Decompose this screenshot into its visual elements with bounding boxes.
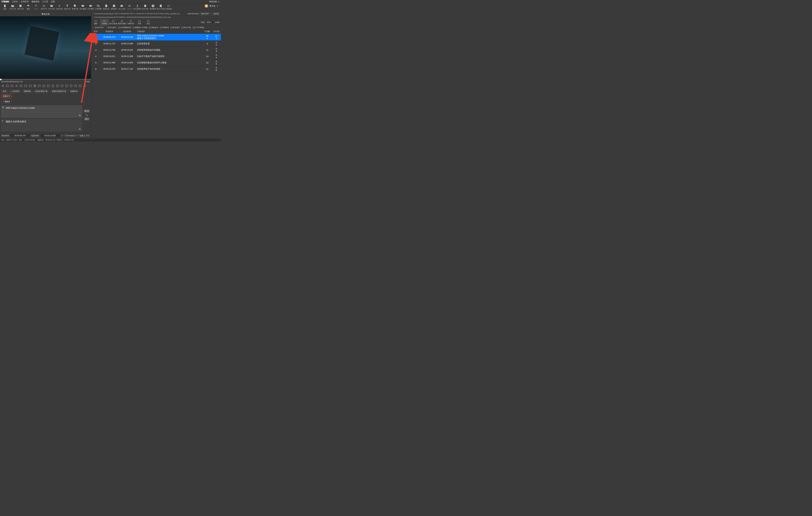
step-back-button[interactable] (5, 84, 9, 88)
pill-2[interactable]: 简繁转换 (22, 90, 32, 93)
translation-textbox[interactable]: 28 With today's business model, (1, 105, 82, 118)
tool-calc[interactable]: 单位计算器 (157, 4, 165, 10)
skip-r-button[interactable] (74, 84, 78, 88)
tool-save[interactable]: 保存工程 (17, 4, 24, 10)
tool-text[interactable]: 追加文本 (63, 4, 71, 10)
menu-3[interactable]: 视频压制 (31, 0, 39, 3)
mode-1[interactable]: 时间轴 (100, 19, 109, 26)
table-row[interactable]: 600:00:25,47600:00:27,102还有效率低下的付款系统1106 (91, 66, 221, 72)
close-icon[interactable]: × (93, 17, 94, 18)
settings-button[interactable] (1, 84, 5, 88)
step-fwd-button[interactable] (24, 84, 28, 88)
table-row[interactable]: 500:00:22,30600:00:24,683以及被锁在数据仓库的中心数据1… (91, 60, 221, 66)
tool-export[interactable]: 导出多版本 (134, 4, 141, 10)
zoom-icon[interactable] (79, 128, 81, 130)
tool-video[interactable]: 打开视频 (87, 4, 94, 10)
mode-5[interactable]: 智库 (135, 19, 144, 26)
system-message[interactable]: 系统消息 (209, 0, 220, 3)
filter-select[interactable]: 全部 ▾ (205, 21, 214, 24)
tool-video-off[interactable]: 关闭视频 (94, 4, 102, 10)
tag-source[interactable]: 原 9 (84, 118, 89, 121)
align-left-button[interactable] (42, 84, 46, 88)
tool-close[interactable]: 关闭工程 (40, 4, 48, 10)
tool-help[interactable]: 使用教程 (149, 4, 157, 10)
op-8[interactable]: FPSFPS转换 (193, 26, 204, 29)
font-button[interactable] (28, 84, 32, 88)
pill-5[interactable]: 智能听译 (69, 90, 79, 93)
end-time-input[interactable] (40, 134, 60, 138)
tool-cloud[interactable]: 存入云端 (118, 4, 126, 10)
indent-l-button[interactable] (60, 84, 64, 88)
op-0[interactable]: → 合并为单行 (93, 26, 104, 29)
mode-3[interactable]: 图形化调轴 (118, 19, 126, 26)
op-1[interactable]: → 合并为多行 (106, 26, 117, 29)
tool-plus[interactable]: 追加字幕 (56, 4, 63, 10)
current-subtitle-format: 当前字幕为ASS (187, 13, 199, 15)
user-area[interactable]: 曹方林 (205, 4, 220, 8)
pill-3[interactable]: 识别本画面字幕 (34, 90, 49, 93)
pill-0[interactable]: 查词 (1, 90, 8, 93)
menu-4[interactable]: 小工具 (42, 0, 48, 3)
tool-file[interactable]: 新建 (1, 4, 9, 10)
menu-1[interactable]: 工作台 (12, 0, 18, 3)
tool-clip[interactable]: 空白视频 (79, 4, 87, 10)
seek-thumb[interactable] (0, 79, 2, 80)
merge-down-button[interactable] (56, 84, 59, 88)
seek-bar[interactable] (0, 79, 91, 80)
file-tab-2[interactable]: ×/Users/bobzhang/Desktop/1637213983414..… (92, 16, 171, 19)
menu-0[interactable]: 字幕编辑 (1, 0, 9, 3)
tag-translation[interactable]: 译 28 (84, 110, 90, 113)
one-click-translate-button[interactable]: 一键翻译 (1, 100, 11, 103)
pill-1[interactable]: ■划词查询 (9, 90, 21, 93)
table-row[interactable]: 200:00:11,17000:00:13,088以及按需交货603 (91, 40, 221, 47)
tool-support[interactable]: 在线客服 (165, 4, 172, 10)
op-4[interactable]: 同轴合并 (149, 26, 158, 29)
zoom-icon[interactable] (79, 114, 81, 117)
tool-folder-open[interactable]: 打开工程 (9, 4, 17, 10)
mode-0[interactable]: 编辑 (91, 19, 100, 26)
skip-l-button[interactable] (69, 84, 73, 88)
table-row[interactable]: 300:00:13,75600:00:16,342供应链管理面临许多挑战1104 (91, 47, 221, 53)
mode-4[interactable]: 智能纠错 (126, 19, 135, 26)
indent-r-button[interactable] (65, 84, 68, 88)
swap-icon[interactable] (85, 114, 88, 117)
align-right-button[interactable] (47, 84, 50, 88)
tool-proj[interactable]: 创建项目 (110, 4, 118, 10)
close-icon[interactable]: × (93, 13, 94, 14)
menu-5[interactable]: 设置 (51, 0, 55, 3)
menu-2[interactable]: 文件队列 (21, 0, 29, 3)
op-6[interactable]: 延长显示 (171, 26, 180, 29)
mode-2[interactable]: 样式与效果 (109, 19, 118, 26)
video-preview[interactable] (0, 16, 91, 79)
tool-task[interactable]: 我的任务 (102, 4, 110, 10)
op-7[interactable]: 拆分字幕 (181, 26, 191, 29)
tool-folder[interactable]: 打开字幕 (48, 4, 56, 10)
table-row[interactable]: 100:00:08,37000:00:10,628With today's bu… (91, 34, 221, 40)
op-5[interactable]: 平移时间 (160, 26, 169, 29)
tool-cloud-dl[interactable]: 云端文件 (126, 4, 134, 10)
convert-srt-button[interactable]: 转换为SRT (200, 12, 210, 15)
loop-fwd-button[interactable] (19, 84, 23, 88)
clock-button[interactable] (33, 84, 37, 88)
tool-undo[interactable]: 撤销 (24, 4, 32, 10)
volume-button[interactable] (83, 84, 87, 88)
table-row[interactable]: 400:00:19,01100:00:21,889比如不可靠的产品的可追踪性13… (91, 53, 221, 60)
start-time-input[interactable] (10, 134, 30, 138)
file-tab-1[interactable]: ×/Users/bobzhang/Desktop/ TIME TO REDEFI… (92, 13, 180, 15)
swap-horiz-icon[interactable] (61, 134, 63, 137)
bracket-button[interactable] (78, 84, 82, 88)
loop-back-button[interactable] (10, 84, 14, 88)
source-textbox[interactable]: 9 随着今天的商业模式 (1, 119, 82, 131)
mode-6[interactable]: 信息 (144, 19, 153, 26)
pill-6[interactable]: 机翻本句 (1, 94, 12, 98)
pill-4[interactable]: 智能识别画面字幕 (50, 90, 67, 93)
target-button[interactable] (37, 84, 41, 88)
tool-export-sub[interactable]: 导出字幕 (141, 4, 149, 10)
op-2[interactable]: 对齐播放时间 (118, 26, 131, 29)
tool-search[interactable]: 查看字幕 (71, 4, 79, 10)
tool-redo[interactable]: 重做 (32, 4, 40, 10)
op-3[interactable]: 调整最小行间隔 (133, 26, 147, 29)
one-click-hardsub-button[interactable]: 一键压制 (211, 12, 220, 15)
play-button[interactable] (14, 84, 19, 88)
merge-up-button[interactable] (51, 84, 55, 88)
